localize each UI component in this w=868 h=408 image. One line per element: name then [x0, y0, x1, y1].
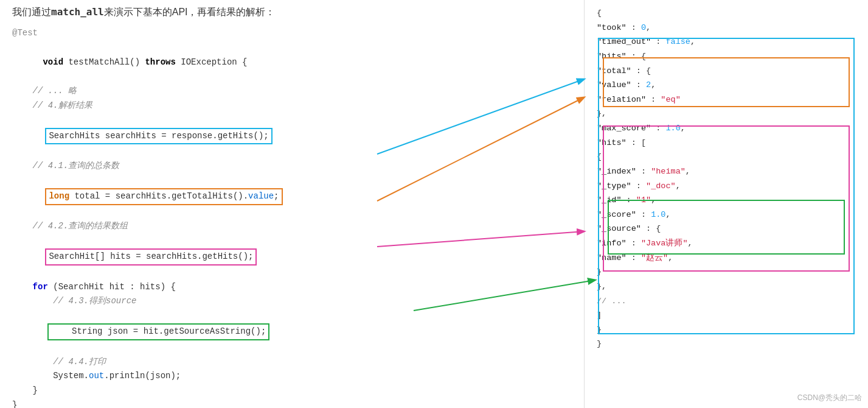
json-line-took: "took" : 0, — [597, 21, 856, 35]
code-line-json: String json = hit.getSourceAsString(); — [12, 309, 572, 354]
json-line-score: "_score" : 1.0, — [597, 208, 856, 222]
watermark: CSDN@秃头的二哈 — [797, 393, 862, 403]
code-line-close-method: } — [12, 398, 572, 408]
code-line-comment6: // 4.4.打印 — [12, 355, 572, 370]
code-line-total: long total = searchHits.getTotalHits().v… — [12, 174, 572, 219]
json-line-hits-open: "hits" : { — [597, 49, 856, 64]
json-line-id: "_id" : "1", — [597, 193, 856, 208]
json-line-type: "_type" : "_doc", — [597, 179, 856, 194]
json-line-timedout: "timed_out" : false, — [597, 35, 856, 49]
json-line-item-open: { — [597, 150, 856, 164]
code-line-print: System.out.println(json); — [12, 369, 572, 384]
json-line-source-close: } — [597, 265, 856, 280]
json-line-source-open: "_source" : { — [597, 222, 856, 236]
code-block: @Test void testMatchAll() throws IOExcep… — [12, 26, 572, 408]
code-line-annotation: @Test — [12, 26, 572, 41]
json-line-hits-arr-open: "hits" : [ — [597, 136, 856, 150]
intro-text: 我们通过match_all来演示下基本的API，再看结果的解析： — [12, 6, 572, 19]
code-line-comment4: // 4.2.查询的结果数组 — [12, 219, 572, 234]
code-line-comment5: // 4.3.得到source — [12, 294, 572, 309]
json-line-maxscore: "max_score" : 1.0, — [597, 121, 856, 136]
code-line-close-for: } — [12, 384, 572, 398]
code-line-for: for (SearchHit hit : hits) { — [12, 280, 572, 295]
json-line-info: "info" : "Java讲师", — [597, 236, 856, 251]
code-line-method-sig: void testMatchAll() throws IOException { — [12, 41, 572, 84]
json-line-hits-close: } — [597, 323, 856, 337]
left-panel: 我们通过match_all来演示下基本的API，再看结果的解析： @Test v… — [0, 0, 584, 408]
json-line-item-close: }, — [597, 280, 856, 294]
code-line-searchhits: SearchHits searchHits = response.getHits… — [12, 113, 572, 159]
json-line-close: } — [597, 337, 856, 351]
json-line-ellipsis: // ... — [597, 294, 856, 309]
code-line-comment1: // ... 略 — [12, 84, 572, 99]
code-line-comment3: // 4.1.查询的总条数 — [12, 159, 572, 174]
json-line-total-open: "total" : { — [597, 64, 856, 79]
json-line-total-close: }, — [597, 107, 856, 121]
highlight-box-orange-total: long total = searchHits.getTotalHits().v… — [45, 188, 282, 205]
highlight-box-blue-searchhits: SearchHits searchHits = response.getHits… — [45, 128, 272, 145]
json-line-arr-close: ] — [597, 308, 856, 323]
json-block: { "took" : 0, "timed_out" : false, "hits… — [597, 6, 856, 351]
json-line-open: { — [597, 6, 856, 21]
json-line-relation: "relation" : "eq" — [597, 93, 856, 107]
code-line-hits: SearchHit[] hits = searchHits.getHits(); — [12, 234, 572, 280]
highlight-box-green-json: String json = hit.getSourceAsString(); — [47, 323, 269, 340]
right-panel: { "took" : 0, "timed_out" : false, "hits… — [584, 0, 868, 408]
json-line-name: "name" : "赵云", — [597, 251, 856, 266]
json-line-value: "value" : 2, — [597, 78, 856, 93]
code-line-comment2: // 4.解析结果 — [12, 99, 572, 113]
json-line-index: "_index" : "heima", — [597, 164, 856, 179]
highlight-box-pink-hits: SearchHit[] hits = searchHits.getHits(); — [45, 248, 257, 266]
